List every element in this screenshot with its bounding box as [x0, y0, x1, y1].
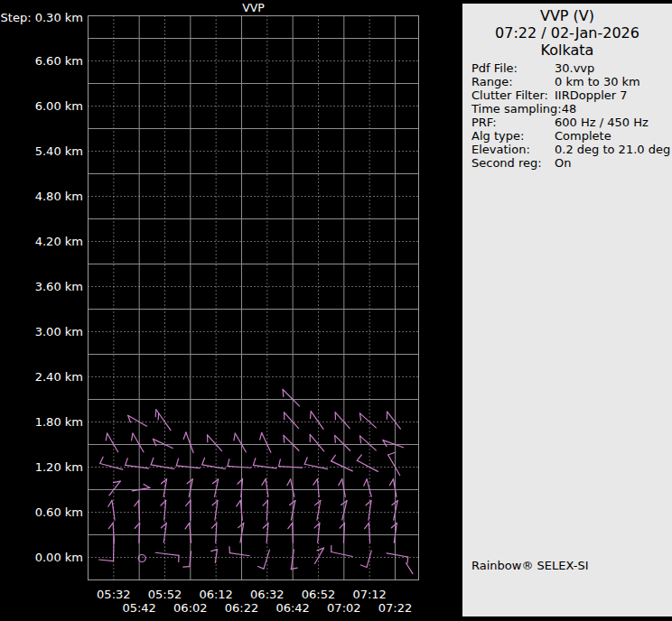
y-axis-label: 5.40 km [35, 144, 83, 158]
wind-barb [331, 546, 352, 557]
info-label: Pdf File: [471, 61, 555, 75]
vvp-plot: VVPStep: 0.30 km6.60 km6.00 km5.40 km4.8… [0, 0, 462, 621]
barb-segment [293, 523, 294, 542]
wind-barb [406, 563, 413, 574]
wind-barb [183, 551, 191, 567]
barb-segment [388, 455, 400, 476]
wind-barb [331, 455, 353, 471]
info-value: 48 [562, 102, 577, 116]
barb-segment [389, 479, 393, 486]
barb-segment [126, 459, 127, 466]
wind-barb [183, 432, 193, 453]
x-axis-label: 05:52 [148, 588, 182, 601]
wind-barb [186, 500, 191, 520]
barb-segment [331, 461, 353, 471]
x-axis-label: 06:32 [250, 588, 284, 601]
barb-segment [262, 479, 266, 486]
wind-barb [211, 523, 216, 542]
wind-barb [212, 500, 218, 520]
wind-barb [132, 433, 144, 452]
wind-barb [100, 457, 123, 469]
barb-segment [208, 435, 222, 451]
barb-segment [100, 463, 123, 469]
barb-segment [153, 439, 173, 448]
barb-segment [284, 435, 299, 450]
barb-segment [216, 523, 217, 542]
barb-segment [311, 412, 312, 419]
barb-segment [108, 500, 112, 506]
panel-datetime: 07:22 / 02-Jan-2026 [462, 24, 672, 42]
y-axis-label: 1.80 km [35, 415, 83, 429]
x-axis-label: 05:32 [97, 588, 130, 601]
barb-segment [287, 479, 291, 486]
info-fields: Pdf File:30.vvpRange:0 km to 30 kmClutte… [471, 61, 670, 170]
wind-barb [208, 435, 222, 451]
x-axis-label: 06:02 [173, 601, 207, 615]
wind-barb [128, 415, 147, 426]
barb-segment [365, 523, 369, 528]
barb-segment [291, 568, 297, 569]
wind-barb [238, 524, 244, 543]
wind-barb [284, 435, 299, 450]
info-value: Complete [555, 129, 611, 143]
wind-barb [335, 435, 350, 450]
barb-segment [339, 479, 342, 486]
barb-segment [139, 500, 140, 520]
wind-barb [234, 433, 246, 452]
brand-label: Rainbow® SELEX-SI [471, 559, 589, 572]
y-axis-label: 3.60 km [35, 280, 83, 293]
wind-barb [151, 458, 174, 468]
barb-segment [314, 548, 323, 563]
barb-segment [367, 551, 371, 567]
barb-segment [335, 412, 350, 429]
wind-barb [155, 410, 171, 431]
barb-segment [357, 455, 361, 460]
plot-border [89, 16, 419, 580]
barb-segment [144, 484, 150, 487]
info-row: Pdf File:30.vvp [471, 61, 670, 75]
wind-barb [153, 439, 173, 448]
info-row: Time sampling:48 [471, 102, 670, 116]
barb-segment [237, 500, 241, 506]
wind-barb [311, 412, 323, 430]
barb-segment [100, 457, 103, 463]
barb-segment [186, 432, 193, 453]
info-label: PRF: [471, 116, 555, 129]
wind-barb [315, 501, 321, 521]
y-axis-label: 3.00 km [35, 325, 83, 338]
wind-barb [388, 452, 400, 475]
wind-barb [366, 500, 371, 520]
barb-segment [135, 500, 139, 505]
info-value: On [555, 156, 571, 170]
barb-segment [158, 413, 159, 420]
info-row: Second reg:On [471, 156, 670, 170]
info-row: Range:0 km to 30 km [471, 75, 670, 88]
barb-segment [285, 412, 299, 429]
barb-segment [283, 389, 284, 396]
barb-segment [186, 500, 191, 505]
barb-segment [284, 435, 285, 442]
barb-segment [176, 459, 178, 466]
info-row: Clutter Filter:IIRDoppler 7 [471, 88, 670, 102]
vvp-window: VVPStep: 0.30 km6.60 km6.00 km5.40 km4.8… [0, 0, 672, 621]
x-axis-label: 07:12 [352, 588, 386, 601]
wind-barb [106, 433, 117, 452]
x-axis-label: 06:52 [302, 588, 335, 601]
barb-segment [234, 433, 235, 440]
info-label: Time sampling: [471, 102, 562, 116]
barb-segment [155, 410, 156, 417]
barb-segment [264, 550, 269, 569]
wind-barb [229, 547, 249, 556]
wind-barb [364, 479, 372, 496]
barb-segment [357, 460, 378, 471]
barb-segment [313, 479, 318, 486]
barb-segment [407, 557, 408, 563]
info-label: Clutter Filter: [471, 88, 555, 102]
x-axis-label: 06:42 [275, 601, 309, 615]
info-value: 30.vvp [555, 61, 594, 75]
wind-barb [212, 479, 218, 497]
info-row: PRF:600 Hz / 450 Hz [471, 116, 670, 129]
x-axis-label: 06:12 [199, 588, 232, 601]
wind-barb [109, 481, 120, 496]
wind-barb [161, 523, 166, 542]
